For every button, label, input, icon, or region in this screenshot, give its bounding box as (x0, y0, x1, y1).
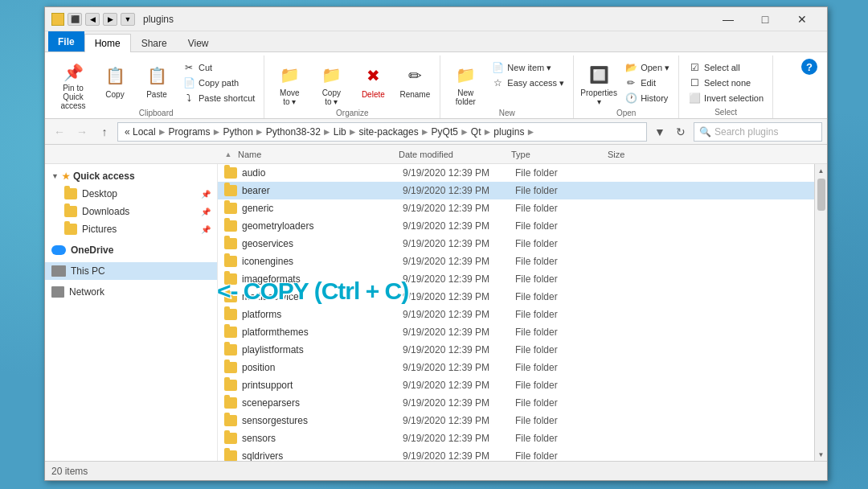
sidebar-item-desktop[interactable]: Desktop 📌 (45, 185, 217, 203)
file-row[interactable]: sceneparsers9/19/2020 12:39 PMFile folde… (218, 394, 814, 412)
help-button[interactable]: ? (801, 59, 817, 75)
up-nav-button[interactable]: ↑ (95, 122, 114, 142)
scroll-thumb[interactable] (817, 179, 825, 211)
sidebar-item-pictures[interactable]: Pictures 📌 (45, 220, 217, 238)
invert-selection-button[interactable]: ⬜ Invert selection (684, 91, 768, 105)
file-row[interactable]: mediaservice9/19/2020 12:39 PMFile folde… (218, 288, 814, 306)
file-row[interactable]: sqldrivers9/19/2020 12:39 PMFile folder (218, 447, 814, 461)
path-segment-python[interactable]: Python (222, 126, 255, 138)
file-folder-icon (224, 273, 237, 285)
dropdown-icon[interactable]: ▼ (121, 13, 135, 26)
easy-access-button[interactable]: ☆ Easy access ▾ (487, 76, 568, 90)
pin-icon: 📌 (60, 63, 86, 82)
file-date: 9/19/2020 12:39 PM (403, 203, 515, 214)
sidebar-item-this-pc[interactable]: This PC (45, 262, 217, 280)
downloads-pin-icon: 📌 (201, 208, 211, 216)
file-row[interactable]: imageformats9/19/2020 12:39 PMFile folde… (218, 270, 814, 288)
move-to-button[interactable]: 📁 Moveto ▾ (269, 59, 309, 109)
sidebar: ▼ ★ Quick access Desktop 📌 Downloads 📌 P… (45, 164, 218, 461)
path-sep-2: ► (212, 126, 222, 138)
sidebar-item-network[interactable]: Network (45, 283, 217, 301)
file-row[interactable]: printsupport9/19/2020 12:39 PMFile folde… (218, 376, 814, 394)
file-row[interactable]: platforms9/19/2020 12:39 PMFile folder (218, 306, 814, 323)
path-segment-programs[interactable]: Programs (167, 126, 212, 138)
path-sep-1: ► (158, 126, 167, 138)
open-button[interactable]: 📂 Open ▾ (620, 60, 674, 75)
file-date: 9/19/2020 12:39 PM (403, 344, 515, 355)
file-folder-icon (224, 380, 237, 391)
path-segment-plugins[interactable]: plugins (492, 126, 526, 138)
file-row[interactable]: sensors9/19/2020 12:39 PMFile folder (218, 429, 814, 447)
tab-home[interactable]: Home (84, 34, 131, 52)
file-folder-icon (224, 309, 237, 320)
search-placeholder: Search plugins (714, 126, 778, 138)
rename-button[interactable]: ✏ Rename (395, 59, 435, 109)
file-row[interactable]: platformthemes9/19/2020 12:39 PMFile fol… (218, 323, 814, 341)
path-segment-lib[interactable]: Lib (332, 126, 348, 138)
paste-button[interactable]: 📋 Paste (137, 59, 177, 109)
file-folder-icon (224, 256, 237, 267)
file-row[interactable]: geometryloaders9/19/2020 12:39 PMFile fo… (218, 217, 814, 235)
refresh-button[interactable]: ↻ (671, 122, 690, 142)
column-headers: ▲ Name Date modified Type Size (45, 145, 827, 164)
back-nav-button[interactable]: ← (50, 122, 69, 142)
new-item-button[interactable]: 📄 New item ▾ (487, 60, 568, 75)
path-segment-sitepackages[interactable]: site-packages (358, 126, 420, 138)
select-all-button[interactable]: ☑ Select all (684, 60, 768, 75)
paste-shortcut-button[interactable]: ⤵ Paste shortcut (178, 91, 259, 105)
file-row[interactable]: audio9/19/2020 12:39 PMFile folder (218, 164, 814, 182)
file-folder-icon (224, 238, 237, 249)
file-row[interactable]: sensorgestures9/19/2020 12:39 PMFile fol… (218, 412, 814, 429)
quick-access-chevron: ▼ (51, 172, 59, 180)
select-none-button[interactable]: ☐ Select none (684, 76, 768, 90)
scroll-down-arrow[interactable]: ▼ (815, 448, 828, 461)
column-header-type[interactable]: Type (508, 145, 604, 163)
search-box[interactable]: 🔍 Search plugins (694, 122, 822, 142)
onedrive-header[interactable]: OneDrive (45, 241, 217, 259)
organize-label: Organize (269, 109, 435, 119)
forward-nav-button[interactable]: → (72, 122, 92, 142)
path-segment-local[interactable]: « Local (123, 126, 158, 138)
copy-to-button[interactable]: 📁 Copyto ▾ (311, 59, 351, 109)
path-segment-qt[interactable]: Qt (469, 126, 483, 138)
tab-view[interactable]: View (178, 34, 219, 52)
back-icon[interactable]: ◀ (85, 13, 100, 26)
properties-button[interactable]: 🔲 Properties▾ (579, 59, 619, 109)
file-name: sqldrivers (242, 450, 403, 461)
file-row[interactable]: playlistformats9/19/2020 12:39 PMFile fo… (218, 341, 814, 359)
quick-access-header[interactable]: ▼ ★ Quick access (45, 167, 217, 185)
column-header-size[interactable]: Size (604, 145, 669, 163)
scrollbar[interactable]: ▲ ▼ (814, 164, 827, 461)
cut-button[interactable]: ✂ Cut (178, 60, 259, 75)
edit-button[interactable]: ✏ Edit (620, 76, 674, 90)
minimize-button[interactable]: — (710, 7, 747, 31)
file-row[interactable]: bearer9/19/2020 12:39 PMFile folder (218, 182, 814, 199)
pin-to-quick-access-button[interactable]: 📌 Pin to Quickaccess (53, 59, 93, 109)
sidebar-item-downloads[interactable]: Downloads 📌 (45, 203, 217, 220)
file-row[interactable]: geoservices9/19/2020 12:39 PMFile folder (218, 235, 814, 253)
sort-arrow[interactable]: ▲ (222, 145, 235, 163)
path-segment-pyqt5[interactable]: PyQt5 (430, 126, 460, 138)
column-header-name[interactable]: Name (235, 145, 395, 163)
copy-button[interactable]: 📋 Copy (95, 59, 135, 109)
file-row[interactable]: position9/19/2020 12:39 PMFile folder (218, 359, 814, 376)
quick-access-icon[interactable]: ⬛ (68, 13, 82, 26)
file-name: platformthemes (242, 327, 403, 338)
scroll-up-arrow[interactable]: ▲ (815, 164, 828, 177)
tab-share[interactable]: Share (131, 34, 178, 52)
this-pc-label: This PC (71, 265, 105, 277)
path-segment-python38[interactable]: Python38-32 (264, 126, 322, 138)
new-folder-button[interactable]: 📁 Newfolder (445, 59, 485, 109)
history-button[interactable]: 🕐 History (620, 91, 674, 105)
column-header-date[interactable]: Date modified (395, 145, 508, 163)
forward-icon[interactable]: ▶ (103, 13, 117, 26)
file-row[interactable]: generic9/19/2020 12:39 PMFile folder (218, 199, 814, 217)
copy-path-button[interactable]: 📄 Copy path (178, 76, 259, 90)
file-row[interactable]: iconengines9/19/2020 12:39 PMFile folder (218, 253, 814, 270)
tab-file[interactable]: File (48, 31, 84, 51)
delete-button[interactable]: ✖ Delete (353, 59, 393, 109)
close-button[interactable]: ✕ (784, 7, 821, 31)
dropdown-nav-button[interactable]: ▼ (650, 122, 669, 142)
address-path[interactable]: « Local ► Programs ► Python ► Python38-3… (117, 122, 647, 142)
maximize-button[interactable]: □ (747, 7, 784, 31)
